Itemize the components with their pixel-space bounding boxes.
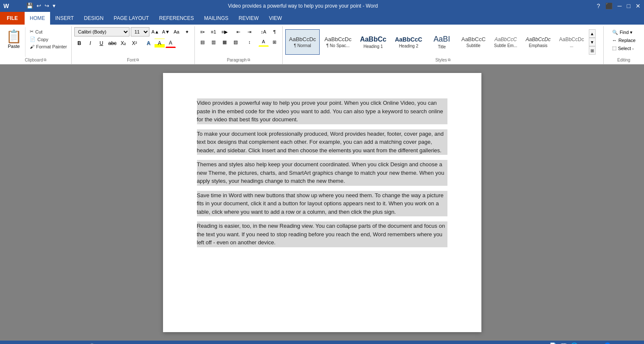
save-button[interactable]: 💾 [25,2,34,10]
tab-home[interactable]: HOME [25,12,50,25]
line-spacing-button[interactable]: ↕ [245,37,255,47]
decrease-font-button[interactable]: A▼ [161,27,171,36]
increase-font-button[interactable]: A▲ [151,27,160,36]
style-subtle-em[interactable]: AaBbCcC Subtle Em... [490,29,521,55]
document-content[interactable]: Video provides a powerful way to help yo… [197,98,447,247]
document-area[interactable]: Video provides a powerful way to help yo… [0,64,644,341]
document-title: Video provides a powerful way to help yo… [228,3,378,9]
font-group: Calibri (Body) 11 A▲ A▼ Aa ✦ B I U abc X… [72,26,195,64]
paragraph-buttons: ≡• ≡1 ≡▶ ⇤ ⇥ ↕A ¶ ▤ ▥ ▦ ▧ ↕ A ⊞ [197,27,280,47]
style-subtle-ref[interactable]: AaBbCcDc ... [555,29,588,55]
style-emphasis[interactable]: AaBbCcDc Emphasis [522,29,554,55]
tab-page-layout[interactable]: PAGE LAYOUT [109,12,154,25]
borders-button[interactable]: ⊞ [270,37,280,47]
close-button[interactable]: ✕ [636,3,641,9]
justify-button[interactable]: ▧ [231,37,241,47]
redo-button[interactable]: ↪ [44,2,50,10]
ribbon-display-button[interactable]: ⬛ [605,3,613,9]
style-no-space[interactable]: AaBbCcDc ¶ No Spac... [321,29,355,55]
find-button[interactable]: 🔍 Find ▾ [610,29,638,36]
select-label: Select - [618,46,634,51]
numbering-button[interactable]: ≡1 [208,27,219,36]
replace-button[interactable]: ↔ Replace [610,37,638,44]
font-name-select[interactable]: Calibri (Body) [74,27,129,36]
ribbon: 📋 Paste ✂ Cut 📄 Copy 🖌 Format Painter [0,25,644,64]
print-layout-view-button[interactable]: 📄 [549,342,557,344]
tab-mailings[interactable]: MAILINGS [199,12,233,25]
font-size-select[interactable]: 11 [131,27,149,36]
help-button[interactable]: ? [597,3,600,9]
style-emphasis-label: Emphasis [529,43,548,48]
clear-formatting-button[interactable]: ✦ [183,27,192,36]
clipboard-small-buttons: ✂ Cut 📄 Copy 🖌 Format Painter [28,27,69,57]
change-case-button[interactable]: Aa [172,27,181,36]
styles-scroll-down[interactable]: ▼ [589,38,596,46]
minimize-button[interactable]: ─ [618,3,622,9]
styles-more-button[interactable]: ⊞ [589,46,596,55]
paste-label: Paste [8,44,20,49]
align-center-button[interactable]: ▥ [208,37,219,47]
web-layout-button[interactable]: 🌐 [571,342,578,344]
italic-button[interactable]: I [85,39,96,48]
clipboard-expand-button[interactable]: ⧉ [44,58,46,62]
styles-gallery: AaBbCcDc ¶ Normal AaBbCcDc ¶ No Spac... … [285,27,588,57]
underline-button[interactable]: U [96,39,107,48]
paragraph-expand-button[interactable]: ⧉ [247,58,250,62]
decrease-indent-button[interactable]: ⇤ [233,27,244,36]
quick-access-more-button[interactable]: ▾ [52,2,56,10]
font-expand-button[interactable]: ⧉ [136,58,139,62]
tab-insert[interactable]: INSERT [50,12,79,25]
styles-expand-button[interactable]: ⧉ [448,58,450,62]
restore-button[interactable]: □ [627,3,630,9]
style-normal[interactable]: AaBbCcDc ¶ Normal [285,29,320,55]
tab-view[interactable]: VIEW [264,12,287,25]
text-highlight-button[interactable]: A [155,39,165,48]
style-title[interactable]: AaBI Title [427,29,457,55]
quick-access-toolbar: 💾 ↩ ↪ ▾ [25,2,56,10]
style-subtitle[interactable]: AaBbCcC Subtitle [458,29,489,55]
align-right-button[interactable]: ▦ [219,37,230,47]
tab-review[interactable]: REVIEW [233,12,264,25]
style-h1-preview: AaBbCc [360,36,386,43]
paragraph-1: Video provides a powerful way to help yo… [197,98,447,124]
bullets-button[interactable]: ≡• [197,27,208,36]
tab-references[interactable]: REFERENCES [154,12,199,25]
cut-icon: ✂ [30,29,34,34]
styles-scroll: ▲ ▼ ⊞ [589,29,596,55]
style-subtle-ref-preview: AaBbCcDc [559,36,584,42]
style-subtitle-preview: AaBbCcC [461,36,486,42]
replace-icon: ↔ [612,38,617,43]
style-subtitle-label: Subtitle [467,43,481,48]
select-button[interactable]: ⬚ Select - [610,45,638,52]
tab-file[interactable]: FILE [0,12,25,25]
copy-button[interactable]: 📄 Copy [28,36,69,43]
style-h2-preview: AaBbCcC [395,36,422,43]
align-left-button[interactable]: ▤ [197,37,208,47]
superscript-button[interactable]: X² [129,39,140,48]
paste-button[interactable]: 📋 Paste [3,27,25,57]
paragraph-4: Save time in Word with new buttons that … [197,191,447,217]
subscript-button[interactable]: X₂ [118,39,129,48]
text-effect-button[interactable]: A [143,39,154,48]
style-h1-label: Heading 1 [363,44,383,49]
format-painter-button[interactable]: 🖌 Format Painter [28,43,69,50]
undo-button[interactable]: ↩ [36,2,42,10]
styles-scroll-up[interactable]: ▲ [589,29,596,38]
cut-button[interactable]: ✂ Cut [28,28,69,35]
strikethrough-button[interactable]: abc [107,39,118,48]
style-heading2[interactable]: AaBbCcC Heading 2 [391,29,426,55]
sort-button[interactable]: ↕A [259,27,269,36]
style-nospace-preview: AaBbCcDc [324,36,352,42]
read-mode-button[interactable]: 📖 [560,342,567,344]
tab-design[interactable]: DESIGN [79,12,109,25]
increase-indent-button[interactable]: ⇥ [245,27,255,36]
status-right: 📄 📖 🌐 81% 81% [549,342,641,344]
style-heading1[interactable]: AaBbCc Heading 1 [356,29,390,55]
font-color-button[interactable]: A [166,39,176,48]
style-title-preview: AaBI [433,35,450,44]
show-hide-button[interactable]: ¶ [270,27,280,36]
multilevel-list-button[interactable]: ≡▶ [219,27,230,36]
bold-button[interactable]: B [74,39,84,48]
document-page: Video provides a powerful way to help yo… [163,73,481,332]
shading-button[interactable]: A [259,37,269,47]
